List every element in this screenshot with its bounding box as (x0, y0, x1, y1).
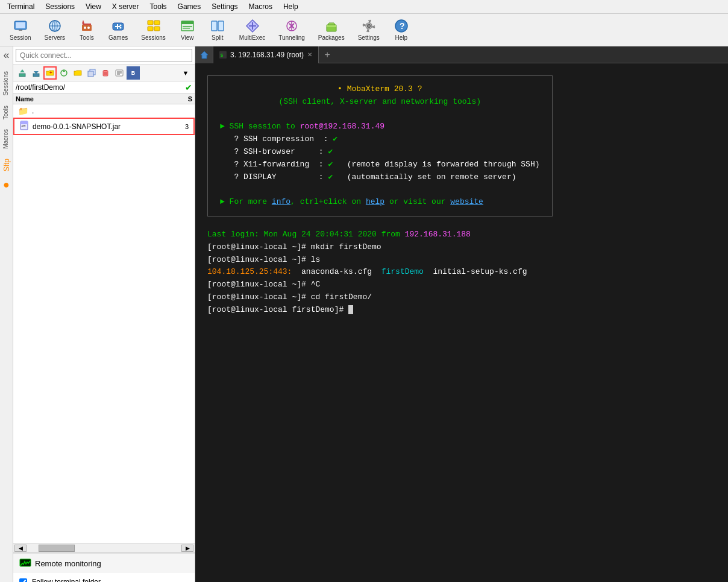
fm-refresh-button[interactable] (57, 66, 71, 80)
svg-rect-25 (218, 21, 224, 31)
tools-button[interactable]: Tools (74, 16, 100, 43)
remote-monitoring-icon (19, 558, 31, 568)
menu-help[interactable]: Help (278, 1, 303, 12)
svg-rect-7 (83, 24, 91, 25)
scrollbar-horizontal[interactable]: ◀ ▶ (13, 543, 195, 553)
follow-folder-item[interactable]: Follow terminal folder (13, 573, 195, 582)
fm-folder-open-button[interactable] (71, 66, 84, 80)
home-icon (199, 50, 209, 60)
info-link[interactable]: info (272, 197, 290, 206)
terminal-line: [root@linux-local ~]# mkdir firstDemo (207, 241, 716, 254)
left-panel: + B ▼ ✔ (13, 46, 195, 582)
file-name: demo-0.0.1-SNAPSHOT.jar (33, 122, 121, 131)
quick-connect-bar (13, 46, 195, 65)
session-button[interactable]: Session (5, 16, 36, 43)
file-list-header: Name S (13, 94, 195, 104)
remote-monitoring-button[interactable]: Remote monitoring (13, 553, 195, 573)
menu-settings[interactable]: Settings (207, 1, 242, 12)
tunneling-button[interactable]: Tunneling (274, 16, 310, 43)
servers-button[interactable]: Servers (40, 16, 70, 43)
fm-download-button[interactable] (30, 66, 43, 80)
sftp-icon[interactable]: ● (3, 179, 10, 191)
fm-more-button[interactable]: ▼ (179, 66, 192, 80)
scroll-thumb[interactable] (39, 545, 75, 552)
fm-mkdir-button[interactable]: + (43, 66, 57, 80)
tab-close-button[interactable]: ✕ (307, 51, 312, 58)
menu-tools[interactable]: Tools (145, 1, 172, 12)
ssh-host: root@192.168.31.49 (300, 122, 384, 131)
path-input[interactable] (16, 83, 183, 92)
packages-button[interactable]: Packages (313, 16, 350, 43)
menu-terminal[interactable]: Terminal (2, 1, 39, 12)
add-tab-button[interactable]: + (319, 46, 336, 63)
fm-upload-button[interactable] (16, 66, 29, 80)
folder-icon: 📁 (18, 106, 28, 116)
svg-point-28 (367, 24, 371, 28)
sessions-button[interactable]: Sessions (136, 16, 171, 43)
list-item[interactable]: 📁 . (13, 104, 195, 118)
collapse-button[interactable]: « (3, 49, 9, 62)
games-label: Games (108, 34, 128, 41)
jar-icon: JAR (19, 121, 29, 132)
fm-copy-button[interactable] (85, 66, 98, 80)
fm-text-button[interactable] (113, 66, 126, 80)
svg-marker-53 (201, 51, 208, 59)
sidebar-tab-macros[interactable]: Macros (1, 124, 11, 154)
games-button[interactable]: Games (104, 16, 133, 43)
quick-connect-input[interactable] (16, 49, 192, 62)
svg-rect-1 (16, 22, 25, 28)
help-link[interactable]: help (366, 197, 384, 206)
menu-sessions[interactable]: Sessions (40, 1, 80, 12)
svg-point-14 (120, 25, 122, 27)
svg-marker-33 (20, 69, 25, 72)
svg-rect-16 (148, 21, 153, 25)
website-link[interactable]: website (450, 197, 483, 206)
help-button[interactable]: ? Help (388, 16, 415, 43)
list-item[interactable]: JAR demo-0.0.1-SNAPSHOT.jar 3 (13, 118, 195, 135)
svg-rect-32 (19, 74, 25, 77)
settings-icon (362, 19, 376, 33)
sessions-icon (146, 19, 161, 33)
svg-point-9 (84, 27, 86, 29)
terminal-line: [root@linux-local ~]# ls (207, 254, 716, 267)
view-label: View (181, 34, 194, 41)
menu-macros[interactable]: Macros (244, 1, 277, 12)
multiexec-button[interactable]: MultiExec (234, 16, 270, 43)
svg-rect-23 (183, 28, 190, 29)
path-bar: ✔ (13, 81, 195, 94)
menu-games[interactable]: Games (173, 1, 206, 12)
terminal-line: Last login: Mon Aug 24 20:04:31 2020 fro… (207, 229, 716, 241)
menu-view[interactable]: View (81, 1, 106, 12)
split-button[interactable]: Split (204, 16, 231, 43)
fm-binary-button[interactable]: B (127, 66, 140, 80)
file-list: Name S 📁 . JAR demo-0.0.1-SNAPSHOT.jar (13, 94, 195, 543)
split-icon (210, 19, 225, 33)
help-label: Help (395, 34, 408, 41)
settings-button[interactable]: Settings (353, 16, 384, 43)
sidebar-tab-sessions[interactable]: Sessions (1, 66, 11, 101)
multiexec-label: MultiExec (239, 34, 265, 41)
help-icon: ? (394, 19, 409, 33)
fm-delete-button[interactable] (99, 66, 112, 80)
packages-icon (324, 19, 339, 33)
tab-home-button[interactable] (195, 46, 213, 63)
menu-xserver[interactable]: X server (107, 1, 144, 12)
follow-folder-checkbox[interactable] (19, 578, 27, 583)
svg-rect-2 (19, 30, 22, 31)
sidebar-tab-sftp[interactable]: Sftp (1, 154, 12, 176)
svg-rect-18 (148, 27, 153, 31)
tab-session[interactable]: $ 3. 192.168.31.49 (root) ✕ (213, 46, 319, 63)
scroll-left-button[interactable]: ◀ (14, 545, 27, 552)
terminal-content[interactable]: • MobaXterm 20.3 ? (SSH client, X-server… (195, 63, 728, 582)
scroll-track (27, 545, 181, 552)
tunneling-label: Tunneling (278, 34, 305, 41)
svg-point-10 (87, 27, 90, 29)
split-label: Split (212, 34, 223, 41)
scroll-right-button[interactable]: ▶ (181, 545, 193, 552)
sidebar-tab-tools[interactable]: Tools (1, 101, 11, 124)
remote-monitoring-label: Remote monitoring (35, 559, 101, 568)
tab-label: 3. 192.168.31.49 (root) (230, 51, 304, 59)
welcome-line1: • MobaXterm 20.3 ? (337, 84, 422, 93)
view-button[interactable]: View (174, 16, 201, 43)
size-column-header: S (104, 95, 193, 103)
